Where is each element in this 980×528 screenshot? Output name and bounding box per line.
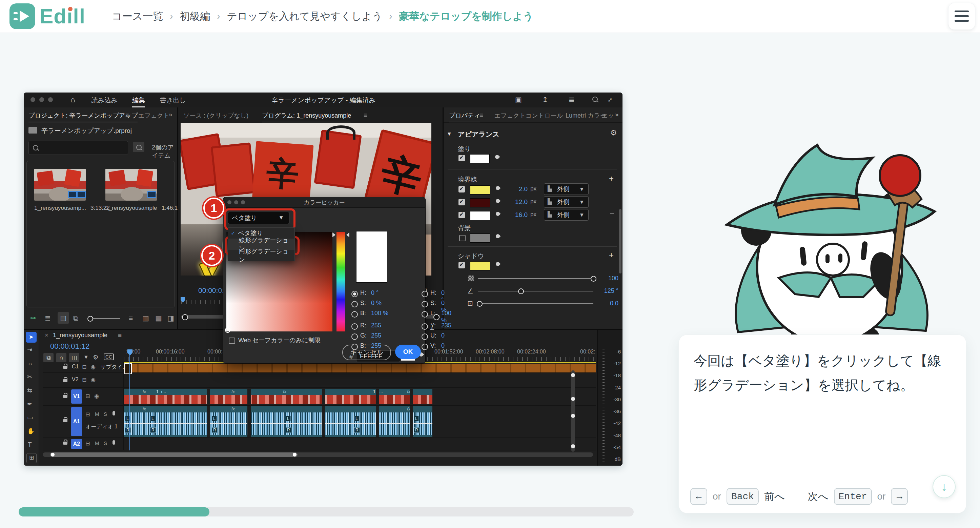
scrollbar-handle[interactable]: [51, 453, 54, 456]
breadcrumb-item[interactable]: テロップを入れて見やすくしよう: [227, 10, 382, 23]
zoom-search-icon[interactable]: [592, 97, 598, 102]
sync-icon[interactable]: ⊟: [85, 393, 90, 399]
eyedropper-icon[interactable]: [495, 198, 501, 204]
a2-track-badge[interactable]: A2: [71, 439, 82, 449]
yuv-y-value[interactable]: 235: [441, 322, 451, 329]
stroke-checkbox[interactable]: [458, 186, 465, 192]
stroke-width-value[interactable]: 16.0: [510, 211, 528, 219]
selection-tool[interactable]: ➤: [26, 332, 37, 343]
tab-project[interactable]: プロジェクト: 辛ラーメンポップアップ: [29, 111, 138, 122]
breadcrumb-item[interactable]: 初級編: [180, 10, 210, 23]
menu-import[interactable]: 読み込み: [91, 96, 118, 105]
tab-program[interactable]: プログラム: 1_rensyuyousample: [262, 111, 351, 122]
track-select-tool[interactable]: ⇥: [27, 346, 32, 353]
ripple-edit-tool[interactable]: ↔: [27, 359, 33, 367]
view-columns-icon[interactable]: ▥: [142, 314, 149, 322]
shadow-opacity-value[interactable]: 100: [598, 275, 619, 282]
zoom-window-icon[interactable]: [48, 97, 53, 102]
clip-name[interactable]: 1_rensyuyousamp...: [34, 205, 86, 212]
eye-icon[interactable]: ◉: [94, 393, 99, 399]
scrollbar-handle[interactable]: [571, 397, 575, 401]
eyedropper-icon[interactable]: [495, 234, 501, 239]
background-swatch[interactable]: [470, 234, 490, 243]
enter-key[interactable]: Enter: [834, 488, 872, 505]
mute-button[interactable]: M: [95, 411, 99, 417]
add-shadow-icon[interactable]: +: [609, 250, 614, 260]
type-tool[interactable]: T: [28, 441, 32, 448]
search-bin-button[interactable]: [133, 142, 144, 152]
stroke-width-value[interactable]: 2.0: [510, 185, 528, 193]
stroke-checkbox[interactable]: [458, 199, 465, 205]
add-stroke-icon[interactable]: +: [609, 174, 614, 183]
wrench-icon[interactable]: ⚙: [610, 129, 617, 137]
snap-magnet-icon[interactable]: ∩: [56, 353, 67, 363]
pencil-icon[interactable]: ✏: [30, 314, 37, 322]
yuv-u-value[interactable]: 0: [441, 332, 445, 339]
tab-properties[interactable]: プロパティ: [449, 111, 480, 122]
fill-type-dropdown[interactable]: ベタ塗り ▾: [228, 212, 290, 224]
minimize-window-icon[interactable]: [39, 97, 44, 102]
panel-menu-icon[interactable]: ≡: [126, 111, 129, 119]
rgb-r-value[interactable]: 255: [371, 322, 381, 329]
stroke-swatch[interactable]: [470, 185, 490, 194]
sync-icon[interactable]: ⊟: [85, 411, 90, 418]
timeline-settings-icon[interactable]: ⚙: [93, 353, 99, 361]
subtitle-clips[interactable]: [124, 364, 596, 372]
scrollbar-range[interactable]: [50, 452, 298, 457]
lock-icon[interactable]: [63, 395, 67, 398]
logo-icon[interactable]: [10, 3, 35, 29]
group-icon[interactable]: ⧉: [73, 314, 78, 322]
overflow-icon[interactable]: »: [169, 111, 172, 118]
lock-icon[interactable]: [63, 366, 67, 369]
stroke-width-value[interactable]: 12.0: [510, 198, 528, 206]
panel-menu-icon[interactable]: ≡: [118, 332, 122, 339]
view-grid-icon[interactable]: ▦: [155, 314, 162, 322]
fill-swatch[interactable]: [470, 154, 490, 163]
subtitle-track-name[interactable]: サブタイ...: [100, 364, 127, 371]
solo-button[interactable]: S: [104, 440, 107, 446]
scrollbar-handle[interactable]: [571, 444, 575, 448]
clip-thumbnail[interactable]: [105, 169, 157, 200]
remove-stroke-icon[interactable]: −: [609, 209, 614, 219]
project-root-file[interactable]: 辛ラーメンポップアップ.prproj: [41, 126, 132, 135]
shadow-angle-knob[interactable]: [518, 288, 524, 294]
color-field-cursor[interactable]: [225, 328, 231, 333]
breadcrumb-item[interactable]: コース一覧: [112, 10, 163, 23]
tab-lumetri[interactable]: Lumetri カラー: [566, 111, 606, 119]
background-checkbox[interactable]: [459, 235, 466, 241]
ok-button[interactable]: OK: [395, 345, 421, 359]
hsb-s-radio[interactable]: [352, 301, 358, 307]
a1-clips[interactable]: fx fx fx L L L L L L R R R R R R: [124, 406, 433, 437]
prev-label[interactable]: 前へ: [764, 490, 785, 504]
zoom-slider-knob[interactable]: [88, 316, 93, 321]
zoom-slider[interactable]: [89, 318, 120, 319]
hsb-h-value[interactable]: 0 °: [371, 289, 379, 297]
timeline-timecode[interactable]: 00:00:01:12: [50, 342, 89, 351]
rgb-g-radio[interactable]: [352, 334, 358, 340]
next-label[interactable]: 次へ: [808, 490, 829, 504]
tab-overflow-cut[interactable]: エッ: [601, 111, 614, 119]
stroke-swatch[interactable]: [470, 211, 490, 220]
stroke-swatch[interactable]: [470, 198, 490, 207]
hue-strip[interactable]: [336, 232, 345, 331]
eyedropper-icon[interactable]: [495, 261, 501, 267]
hand-tool[interactable]: ✋: [27, 427, 35, 435]
tab-effect-controls[interactable]: エフェクトコントロール: [495, 111, 563, 119]
yuv-v-value[interactable]: 0: [441, 342, 445, 350]
tracks-scrollbar[interactable]: [571, 371, 575, 452]
mute-button[interactable]: M: [95, 440, 99, 446]
slip-tool[interactable]: ⇆: [27, 387, 32, 394]
hsb-s-value[interactable]: 0 %: [371, 300, 382, 307]
tab-effects[interactable]: エフェクト: [138, 111, 169, 119]
scrollbar-handle[interactable]: [182, 314, 188, 320]
appearance-title[interactable]: アピアランス: [458, 130, 500, 139]
solo-button[interactable]: S: [104, 411, 107, 417]
lock-icon[interactable]: [63, 379, 67, 382]
lock-icon[interactable]: [63, 442, 67, 445]
scrollbar-handle[interactable]: [293, 453, 296, 456]
sequence-tab[interactable]: 1_rensyuyousample: [53, 332, 107, 339]
export-share-icon[interactable]: ↥: [542, 95, 548, 104]
v1-clips[interactable]: fx 1_r... fx fx 1_r... fx: [124, 389, 433, 404]
rectangle-tool[interactable]: ▭: [27, 414, 33, 421]
workspace-icon[interactable]: ▣: [515, 95, 522, 104]
